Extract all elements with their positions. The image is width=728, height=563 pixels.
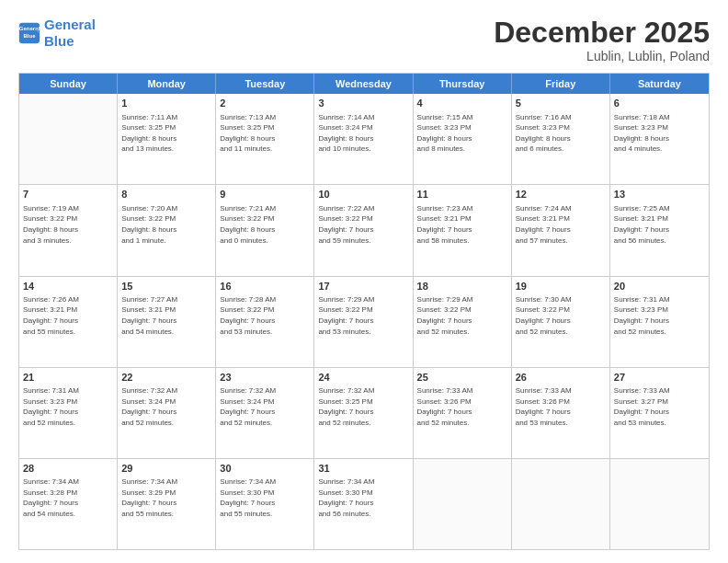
calendar-cell: 11Sunrise: 7:23 AM Sunset: 3:21 PM Dayli…: [414, 185, 512, 275]
title-section: December 2025 Lublin, Lublin, Poland: [494, 17, 710, 63]
day-number: 14: [23, 280, 113, 293]
cell-info: Sunrise: 7:34 AM Sunset: 3:29 PM Dayligh…: [121, 477, 211, 519]
day-number: 22: [121, 371, 211, 385]
day-number: 25: [417, 371, 507, 385]
calendar-body: 1Sunrise: 7:11 AM Sunset: 3:25 PM Daylig…: [19, 94, 709, 549]
day-number: 19: [516, 280, 606, 293]
day-number: 3: [318, 97, 408, 110]
day-number: 23: [220, 371, 310, 385]
cell-info: Sunrise: 7:32 AM Sunset: 3:25 PM Dayligh…: [318, 385, 408, 428]
day-number: 8: [121, 188, 211, 201]
weekday-wednesday: Wednesday: [314, 74, 413, 94]
cell-info: Sunrise: 7:25 AM Sunset: 3:21 PM Dayligh…: [614, 203, 705, 246]
day-number: 16: [220, 280, 310, 293]
cell-info: Sunrise: 7:21 AM Sunset: 3:22 PM Dayligh…: [220, 203, 310, 246]
calendar-header: Sunday Monday Tuesday Wednesday Thursday…: [19, 74, 709, 94]
cell-info: Sunrise: 7:34 AM Sunset: 3:28 PM Dayligh…: [23, 477, 113, 519]
day-number: 5: [516, 97, 606, 110]
calendar-cell: 24Sunrise: 7:32 AM Sunset: 3:25 PM Dayli…: [314, 368, 413, 458]
calendar-cell: 19Sunrise: 7:30 AM Sunset: 3:22 PM Dayli…: [512, 277, 610, 367]
day-number: 20: [614, 280, 705, 293]
svg-text:Blue: Blue: [23, 33, 36, 39]
calendar-cell: 23Sunrise: 7:32 AM Sunset: 3:24 PM Dayli…: [216, 368, 314, 458]
cell-info: Sunrise: 7:26 AM Sunset: 3:21 PM Dayligh…: [23, 294, 113, 337]
day-number: 31: [318, 462, 408, 476]
calendar-cell: 21Sunrise: 7:31 AM Sunset: 3:23 PM Dayli…: [19, 368, 118, 458]
day-number: 30: [220, 462, 310, 476]
calendar-cell: 25Sunrise: 7:33 AM Sunset: 3:26 PM Dayli…: [414, 368, 512, 458]
calendar-cell: 29Sunrise: 7:34 AM Sunset: 3:29 PM Dayli…: [118, 459, 216, 549]
cell-info: Sunrise: 7:31 AM Sunset: 3:23 PM Dayligh…: [614, 294, 705, 337]
weekday-friday: Friday: [512, 74, 610, 94]
logo-text: General Blue: [44, 17, 96, 50]
cell-info: Sunrise: 7:31 AM Sunset: 3:23 PM Dayligh…: [23, 385, 113, 428]
weekday-sunday: Sunday: [19, 74, 118, 94]
cell-info: Sunrise: 7:19 AM Sunset: 3:22 PM Dayligh…: [23, 203, 113, 246]
calendar-cell: [19, 94, 118, 184]
day-number: 7: [23, 188, 113, 201]
calendar-cell: 12Sunrise: 7:24 AM Sunset: 3:21 PM Dayli…: [512, 185, 610, 275]
calendar-cell: 27Sunrise: 7:33 AM Sunset: 3:27 PM Dayli…: [610, 368, 709, 458]
weekday-thursday: Thursday: [414, 74, 512, 94]
cell-info: Sunrise: 7:33 AM Sunset: 3:26 PM Dayligh…: [417, 385, 507, 428]
cell-info: Sunrise: 7:27 AM Sunset: 3:21 PM Dayligh…: [121, 294, 211, 337]
cell-info: Sunrise: 7:28 AM Sunset: 3:22 PM Dayligh…: [220, 294, 310, 337]
calendar-cell: 14Sunrise: 7:26 AM Sunset: 3:21 PM Dayli…: [19, 277, 118, 367]
cell-info: Sunrise: 7:13 AM Sunset: 3:25 PM Dayligh…: [220, 112, 310, 155]
calendar-cell: 13Sunrise: 7:25 AM Sunset: 3:21 PM Dayli…: [610, 185, 709, 275]
cell-info: Sunrise: 7:23 AM Sunset: 3:21 PM Dayligh…: [417, 203, 507, 246]
day-number: 2: [220, 97, 310, 110]
calendar-cell: 18Sunrise: 7:29 AM Sunset: 3:22 PM Dayli…: [414, 277, 512, 367]
calendar-cell: 3Sunrise: 7:14 AM Sunset: 3:24 PM Daylig…: [314, 94, 413, 184]
calendar-cell: 7Sunrise: 7:19 AM Sunset: 3:22 PM Daylig…: [19, 185, 118, 275]
calendar-week-1: 1Sunrise: 7:11 AM Sunset: 3:25 PM Daylig…: [19, 94, 709, 185]
cell-info: Sunrise: 7:29 AM Sunset: 3:22 PM Dayligh…: [417, 294, 507, 337]
calendar-week-4: 21Sunrise: 7:31 AM Sunset: 3:23 PM Dayli…: [19, 368, 709, 459]
logo-line2: Blue: [44, 33, 74, 49]
cell-info: Sunrise: 7:24 AM Sunset: 3:21 PM Dayligh…: [516, 203, 606, 246]
day-number: 18: [417, 280, 507, 293]
month-title: December 2025: [494, 17, 710, 49]
calendar-cell: 22Sunrise: 7:32 AM Sunset: 3:24 PM Dayli…: [118, 368, 216, 458]
calendar-cell: 16Sunrise: 7:28 AM Sunset: 3:22 PM Dayli…: [216, 277, 314, 367]
day-number: 24: [318, 371, 408, 385]
cell-info: Sunrise: 7:16 AM Sunset: 3:23 PM Dayligh…: [516, 112, 606, 155]
day-number: 4: [417, 97, 507, 110]
calendar-cell: 8Sunrise: 7:20 AM Sunset: 3:22 PM Daylig…: [118, 185, 216, 275]
cell-info: Sunrise: 7:11 AM Sunset: 3:25 PM Dayligh…: [121, 112, 211, 155]
weekday-monday: Monday: [118, 74, 216, 94]
day-number: 11: [417, 188, 507, 201]
weekday-tuesday: Tuesday: [216, 74, 314, 94]
day-number: 26: [516, 371, 606, 385]
day-number: 17: [318, 280, 408, 293]
cell-info: Sunrise: 7:32 AM Sunset: 3:24 PM Dayligh…: [220, 385, 310, 428]
cell-info: Sunrise: 7:15 AM Sunset: 3:23 PM Dayligh…: [417, 112, 507, 155]
calendar-cell: 15Sunrise: 7:27 AM Sunset: 3:21 PM Dayli…: [118, 277, 216, 367]
day-number: 10: [318, 188, 408, 201]
cell-info: Sunrise: 7:29 AM Sunset: 3:22 PM Dayligh…: [318, 294, 408, 337]
calendar-cell: [414, 459, 512, 549]
cell-info: Sunrise: 7:18 AM Sunset: 3:23 PM Dayligh…: [614, 112, 705, 155]
cell-info: Sunrise: 7:30 AM Sunset: 3:22 PM Dayligh…: [516, 294, 606, 337]
calendar-cell: 30Sunrise: 7:34 AM Sunset: 3:30 PM Dayli…: [216, 459, 314, 549]
cell-info: Sunrise: 7:22 AM Sunset: 3:22 PM Dayligh…: [318, 203, 408, 246]
day-number: 13: [614, 188, 705, 201]
logo: General Blue General Blue: [18, 17, 96, 50]
calendar-cell: [610, 459, 709, 549]
calendar-cell: 10Sunrise: 7:22 AM Sunset: 3:22 PM Dayli…: [314, 185, 413, 275]
cell-info: Sunrise: 7:14 AM Sunset: 3:24 PM Dayligh…: [318, 112, 408, 155]
cell-info: Sunrise: 7:33 AM Sunset: 3:27 PM Dayligh…: [614, 385, 705, 428]
calendar-cell: 26Sunrise: 7:33 AM Sunset: 3:26 PM Dayli…: [512, 368, 610, 458]
calendar-cell: [512, 459, 610, 549]
day-number: 6: [614, 97, 705, 110]
logo-icon: General Blue: [18, 22, 40, 44]
calendar-cell: 20Sunrise: 7:31 AM Sunset: 3:23 PM Dayli…: [610, 277, 709, 367]
day-number: 29: [121, 462, 211, 476]
calendar-week-2: 7Sunrise: 7:19 AM Sunset: 3:22 PM Daylig…: [19, 185, 709, 276]
calendar-cell: 4Sunrise: 7:15 AM Sunset: 3:23 PM Daylig…: [414, 94, 512, 184]
cell-info: Sunrise: 7:34 AM Sunset: 3:30 PM Dayligh…: [318, 477, 408, 519]
logo-line1: General: [44, 17, 96, 32]
cell-info: Sunrise: 7:32 AM Sunset: 3:24 PM Dayligh…: [121, 385, 211, 428]
header: General Blue General Blue December 2025 …: [18, 17, 710, 63]
calendar-week-3: 14Sunrise: 7:26 AM Sunset: 3:21 PM Dayli…: [19, 277, 709, 368]
